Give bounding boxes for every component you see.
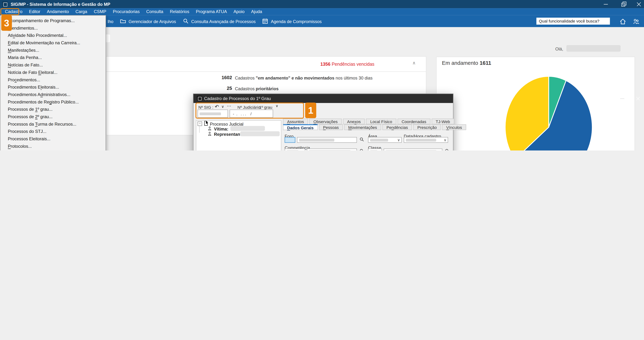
- redacted-value: [299, 139, 334, 142]
- foro-code-input[interactable]: [284, 137, 295, 143]
- tab-local-fisico[interactable]: Local Físico: [366, 118, 396, 124]
- area-select[interactable]: ∨: [368, 137, 402, 143]
- minimize-icon: [620, 98, 624, 99]
- app-icon: [2, 1, 8, 7]
- menubar-item-procuradorias[interactable]: Procuradorias: [110, 8, 143, 15]
- search-input[interactable]: [536, 17, 610, 24]
- foro-input[interactable]: [297, 137, 357, 143]
- menu-item-noticia-de-fato-eleitoral[interactable]: Notícia de Fato Eleitoral...: [0, 68, 106, 76]
- tab-observacoes[interactable]: Observações: [309, 118, 342, 124]
- menubar: CadastroEditorAndamentoCargaCSMPProcurad…: [0, 8, 644, 15]
- tab-dados-gerais[interactable]: Dados Gerais: [283, 124, 318, 130]
- pendencias-vencidas: 1356 Pendências vencidas: [320, 61, 374, 66]
- minimize-icon: [604, 4, 608, 4]
- tabs-row-secondary: AssuntosObservaçõesAnexosLocal FísicoCoo…: [283, 118, 454, 124]
- stat-text: Cadastros "em andamento" e não movimenta…: [235, 75, 372, 80]
- restore-icon: [621, 3, 625, 6]
- competencia-input[interactable]: [307, 148, 357, 150]
- tab-coordenadas[interactable]: Coordenadas: [398, 118, 430, 124]
- menu-item-label: Notícia de Fato Eleitoral...: [8, 70, 58, 75]
- tree-collapse-toggle[interactable]: −: [198, 121, 202, 126]
- tab-prescricao[interactable]: Prescrição: [413, 124, 441, 130]
- chevron-down-icon: ∨: [398, 138, 400, 142]
- dialog-app-icon: [197, 96, 202, 101]
- menu-item-acompanhamento-de-programas[interactable]: Acompanhamento de Programas...: [0, 17, 106, 24]
- competencia-code-input[interactable]: [284, 148, 305, 150]
- menu-item-procedimentos-de-registro-publico[interactable]: Procedimentos de Registro Público...: [0, 98, 106, 105]
- annotation-box-nsig: [196, 103, 304, 118]
- menubar-item-andamento[interactable]: Andamento: [44, 8, 72, 15]
- menu-item-processos-de-1-grau[interactable]: Processos de 1º grau...: [0, 105, 106, 113]
- tab-pendencias[interactable]: Pendências: [382, 124, 412, 130]
- tree-root-label[interactable]: Processo Judicial: [210, 121, 244, 126]
- menu-item-atividade-nao-procedimental[interactable]: Atividade Não Procedimental...: [0, 31, 106, 39]
- dialog-titlebar[interactable]: Cadastro de Processos do 1º Grau: [194, 94, 453, 103]
- dialog-minimize-button[interactable]: [618, 96, 626, 101]
- classe-input[interactable]: [384, 148, 442, 150]
- menu-item-remocoes[interactable]: Remoções...: [0, 150, 106, 150]
- foro-search-icon[interactable]: [360, 137, 364, 142]
- tab-vinculos[interactable]: Vínculos: [442, 124, 466, 130]
- tab-tj-web[interactable]: TJ-Web: [432, 118, 454, 124]
- collapse-chevron-icon[interactable]: ∧: [412, 60, 416, 65]
- menubar-item-apoio[interactable]: Apoio: [230, 8, 248, 15]
- menu-item-label: Acompanhamento de Programas...: [8, 18, 75, 23]
- menubar-item-editor[interactable]: Editor: [26, 8, 44, 15]
- annotation-badge-1: 1: [305, 103, 316, 118]
- menu-item-processos-eleitorais[interactable]: Processos Eleitorais...: [0, 135, 106, 142]
- em-andamento-pie-chart: [436, 57, 635, 150]
- menubar-item-consulta[interactable]: Consulta: [143, 8, 167, 15]
- datahora-select[interactable]: ∨: [404, 137, 448, 143]
- menu-item-protocolos[interactable]: Protocolos...: [0, 142, 106, 150]
- menu-item-edital-de-movimentacao-na-carreira[interactable]: Edital de Movimentação na Carreira...: [0, 39, 106, 46]
- menu-item-processos-da-turma-de-recursos[interactable]: Processos da Turma de Recursos...: [0, 120, 106, 128]
- classe-code-input[interactable]: [368, 148, 382, 150]
- competencia-search-icon[interactable]: [360, 148, 364, 150]
- menu-item-procedimentos[interactable]: Procedimentos...: [0, 76, 106, 83]
- menu-item-procedimentos-eleitorais[interactable]: Procedimentos Eleitorais...: [0, 83, 106, 91]
- tab-assuntos[interactable]: Assuntos: [283, 118, 308, 124]
- menubar-item-ajuda[interactable]: Ajuda: [248, 8, 266, 15]
- menubar-item-csmp[interactable]: CSMP: [90, 8, 110, 15]
- tree-vitima-label[interactable]: Vítima:: [214, 126, 228, 131]
- minimize-button[interactable]: [601, 2, 610, 6]
- tab-pessoas[interactable]: Pessoas: [319, 124, 343, 130]
- menu-item-processos-de-2-grau[interactable]: Processos de 2º grau...: [0, 113, 106, 120]
- dialog-close-button[interactable]: [634, 96, 642, 101]
- menu-item-procedimentos-administrativos[interactable]: Procedimentos Administrativos...: [0, 91, 106, 98]
- tabs-row-primary: Dados GeraisPessoasMovimentaçõesPendênci…: [283, 124, 466, 130]
- annotation-badge-3: 3: [1, 15, 12, 31]
- menubar-item-programa-atua[interactable]: Programa ATUA: [192, 8, 230, 15]
- users-icon[interactable]: [632, 18, 640, 25]
- toolbar-partial-item[interactable]: lho: [108, 19, 114, 23]
- toolbar-item-label: Agenda de Compromissos: [271, 19, 322, 23]
- home-icon[interactable]: [619, 18, 626, 25]
- close-button[interactable]: [634, 2, 643, 6]
- stat-value: 25: [213, 86, 232, 91]
- menu-item-processos-do-stj[interactable]: Processos do STJ...: [0, 128, 106, 135]
- tab-movimentacoes[interactable]: Movimentações: [344, 124, 381, 130]
- menu-item-label: Procedimentos Eleitorais...: [8, 85, 59, 89]
- cadastro-menu: Acompanhamento de Programas...Atendiment…: [0, 15, 106, 150]
- menu-item-atendimentos[interactable]: Atendimentos...: [0, 24, 106, 31]
- menu-item-manifestacoes[interactable]: Manifestações...: [0, 46, 106, 54]
- classe-search-icon[interactable]: [445, 148, 450, 150]
- representante-name-redacted: [240, 131, 280, 136]
- menu-item-noticias-de-fato[interactable]: Notícias de Fato...: [0, 61, 106, 69]
- file-manager-icon: [120, 18, 126, 24]
- window-titlebar: SIG/MP - Sistema de Informação e Gestão …: [0, 0, 644, 8]
- toolbar-item-agenda[interactable]: Agenda de Compromissos: [262, 18, 322, 24]
- toolbar-item-gerenciador-de-arquivos[interactable]: Gerenciador de Arquivos: [120, 18, 176, 24]
- menu-item-maria-da-penha[interactable]: Maria da Penha...: [0, 54, 106, 61]
- menu-item-label: Notícias de Fato...: [8, 62, 43, 67]
- redacted-value: [406, 139, 436, 142]
- restore-button[interactable]: [618, 2, 628, 7]
- stat-value: 1602: [213, 75, 232, 80]
- calendar-icon: [262, 18, 268, 24]
- menubar-item-relatorios[interactable]: Relatórios: [167, 8, 192, 15]
- tab-anexos[interactable]: Anexos: [343, 118, 365, 124]
- tree-connector: [199, 126, 200, 132]
- menubar-item-carga[interactable]: Carga: [72, 8, 90, 15]
- toolbar-item-consulta-avancada[interactable]: Consulta Avançada de Processos: [182, 18, 256, 24]
- menu-item-label: Manifestações...: [8, 47, 39, 52]
